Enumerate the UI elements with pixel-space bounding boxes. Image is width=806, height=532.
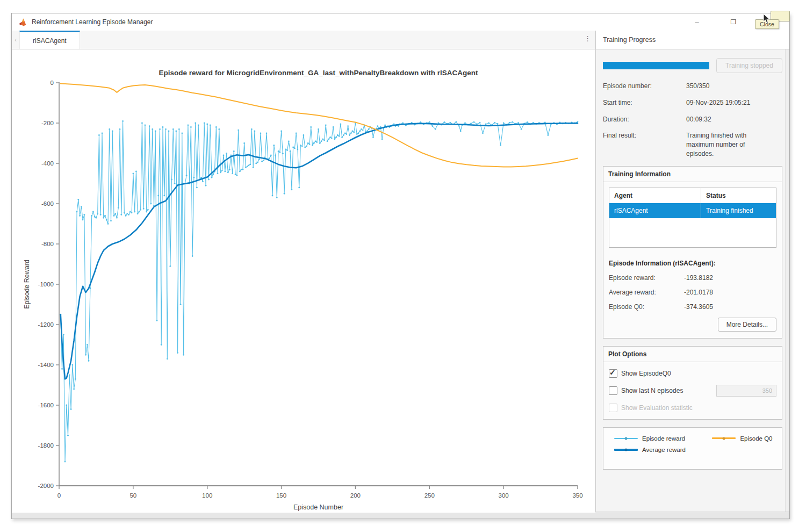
episode-reward-line-icon: [614, 438, 638, 439]
plot-options-title: Plot Options: [603, 347, 782, 362]
average-reward-value: -201.0178: [684, 289, 713, 296]
start-time-value: 09-Nov-2025 19:05:21: [686, 98, 782, 107]
episode-number-label: Episode number:: [603, 82, 686, 91]
svg-text:-400: -400: [41, 160, 54, 167]
episode-number-row: Episode number: 350/350: [603, 82, 782, 91]
legend-label-episode-reward: Episode reward: [642, 435, 685, 442]
episode-reward-value: -193.8182: [684, 274, 713, 282]
show-evaluation-statistic-checkbox: [609, 404, 617, 412]
svg-text:-1800: -1800: [38, 442, 54, 449]
panel-header-title: Training Progress: [603, 36, 656, 44]
final-result-row: Final result: Training finished with max…: [603, 131, 782, 158]
document-tabs: ‹ rlSACAgent ⋮: [12, 31, 595, 49]
svg-text:200: 200: [350, 492, 361, 499]
training-information-title: Training Information: [603, 167, 782, 182]
tab-bar: ‹ rlSACAgent ⋮ Training Progress: [12, 31, 789, 49]
svg-text:-1000: -1000: [38, 281, 54, 287]
svg-text:-2000: -2000: [38, 483, 54, 489]
plot-options-section: Plot Options Show EpisodeQ0 Show last N …: [603, 346, 782, 420]
svg-text:350: 350: [572, 492, 582, 499]
episode-q0-row: Episode Q0: -374.3605: [609, 303, 776, 311]
chart-legend: Episode reward Episode Q0 Average reward: [603, 427, 782, 470]
average-reward-label: Average reward:: [609, 289, 684, 296]
show-last-n-episodes-label: Show last N episodes: [621, 387, 683, 394]
svg-text:Episode reward for MicrogridEn: Episode reward for MicrogridEnvironment_…: [159, 69, 478, 77]
svg-text:-800: -800: [41, 241, 54, 247]
episode-reward-label: Episode reward:: [609, 274, 684, 282]
show-last-n-episodes-option: Show last N episodes: [609, 385, 776, 397]
svg-text:250: 250: [424, 492, 435, 499]
show-evaluation-statistic-option: Show Evaluation statistic: [609, 404, 776, 412]
svg-text:-1400: -1400: [38, 362, 54, 368]
training-progress-panel: Training stopped Episode number: 350/350…: [595, 49, 789, 512]
svg-text:50: 50: [129, 492, 136, 499]
average-reward-row: Average reward: -201.0178: [609, 289, 776, 296]
window-title: Reinforcement Learning Episode Manager: [32, 18, 153, 26]
legend-item-episode-reward: Episode reward: [607, 435, 704, 442]
start-time-label: Start time:: [603, 98, 686, 107]
training-chart: 0501001502002503003500-200-400-600-800-1…: [12, 49, 595, 513]
svg-text:Episode Reward: Episode Reward: [23, 260, 31, 309]
panel-header: Training Progress: [595, 31, 789, 49]
svg-text:300: 300: [499, 492, 509, 499]
episode-q0-line-icon: [712, 437, 736, 439]
duration-value: 00:09:32: [686, 115, 782, 124]
svg-text:-200: -200: [41, 120, 54, 126]
tab-rlsacagent[interactable]: rlSACAgent: [19, 31, 80, 49]
episode-information-title: Episode Information (rlSACAgent):: [609, 260, 776, 267]
final-result-label: Final result:: [603, 131, 686, 158]
tab-scroll-left-icon[interactable]: ‹: [12, 31, 19, 49]
svg-text:0: 0: [51, 80, 54, 86]
tab-label: rlSACAgent: [33, 37, 67, 45]
tab-overflow-menu-icon[interactable]: ⋮: [584, 34, 591, 42]
svg-text:-1600: -1600: [38, 402, 54, 408]
svg-text:100: 100: [202, 492, 212, 499]
minimize-button[interactable]: –: [693, 18, 701, 26]
episode-reward-row: Episode reward: -193.8182: [609, 274, 776, 282]
legend-label-average-reward: Average reward: [642, 447, 686, 453]
training-progress-bar: [603, 62, 709, 69]
episode-number-value: 350/350: [686, 82, 782, 91]
matlab-icon: [18, 18, 27, 27]
svg-text:Episode Number: Episode Number: [293, 504, 343, 511]
svg-text:-600: -600: [41, 200, 54, 207]
show-episodeq0-checkbox[interactable]: [609, 369, 617, 378]
table-row[interactable]: rlSACAgent Training finished: [609, 203, 776, 218]
show-evaluation-statistic-label: Show Evaluation statistic: [621, 404, 693, 412]
agent-cell: rlSACAgent: [609, 203, 701, 218]
svg-text:-1200: -1200: [38, 321, 54, 328]
final-result-value: Training finished with maximum number of…: [686, 131, 772, 158]
episode-q0-value: -374.3605: [684, 303, 713, 311]
svg-text:0: 0: [57, 492, 61, 499]
agent-status-table: Agent Status rlSACAgent Training finishe…: [609, 188, 776, 248]
start-time-row: Start time: 09-Nov-2025 19:05:21: [603, 98, 782, 107]
app-window: Reinforcement Learning Episode Manager –…: [11, 13, 790, 519]
figure-pane: 0501001502002503003500-200-400-600-800-1…: [12, 49, 595, 512]
show-episodeq0-label: Show EpisodeQ0: [621, 370, 671, 377]
duration-row: Duration: 00:09:32: [603, 115, 782, 124]
maximize-button[interactable]: ❐: [729, 18, 738, 26]
title-bar: Reinforcement Learning Episode Manager –…: [12, 13, 789, 31]
training-stopped-button[interactable]: Training stopped: [716, 58, 782, 73]
show-last-n-episodes-checkbox[interactable]: [609, 386, 617, 395]
status-column-header: Status: [701, 188, 776, 203]
episode-q0-label: Episode Q0:: [609, 303, 684, 311]
show-episodeq0-option: Show EpisodeQ0: [609, 369, 776, 378]
legend-label-episode-q0: Episode Q0: [740, 435, 772, 442]
panel-scrollbar[interactable]: [785, 49, 789, 512]
training-information-section: Training Information Agent Status rlSACA…: [603, 166, 782, 339]
status-cell: Training finished: [701, 203, 776, 218]
average-reward-line-icon: [614, 449, 638, 451]
last-n-episodes-input[interactable]: [716, 385, 776, 397]
more-details-button[interactable]: More Details...: [718, 318, 776, 332]
mouse-cursor-icon: [763, 14, 771, 26]
duration-label: Duration:: [603, 115, 686, 124]
legend-item-episode-q0: Episode Q0: [704, 435, 779, 442]
agent-column-header: Agent: [609, 188, 701, 203]
svg-text:150: 150: [276, 492, 286, 499]
legend-item-average-reward: Average reward: [607, 447, 704, 453]
table-empty-row: [609, 218, 776, 248]
